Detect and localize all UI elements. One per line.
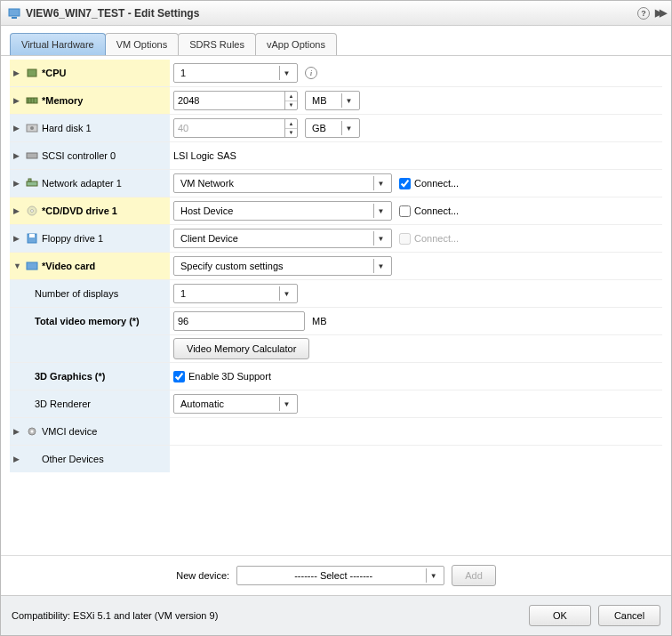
value-3dgraphics: Enable 3D Support	[170, 371, 662, 382]
tab-virtual-hardware[interactable]: Virtual Hardware	[10, 33, 106, 55]
floppy-select[interactable]: Client Device ▼	[173, 229, 392, 248]
expander-vmci[interactable]: ▶	[13, 427, 22, 436]
enable-3d-checkbox[interactable]: Enable 3D Support	[173, 371, 271, 382]
expander-video[interactable]: ▼	[13, 262, 22, 270]
add-button[interactable]: Add	[452, 565, 496, 586]
spin-down-icon[interactable]: ▼	[285, 101, 297, 110]
expander-network[interactable]: ▶	[13, 179, 22, 188]
label-harddisk-cell: ▶ Hard disk 1	[10, 115, 170, 141]
label-network-cell: ▶ Network adapter 1	[10, 170, 170, 197]
new-device-select[interactable]: ------- Select ------- ▼	[236, 566, 444, 585]
cddvd-select[interactable]: Host Device ▼	[173, 201, 392, 221]
label-displays: Number of displays	[35, 288, 118, 299]
expander-other[interactable]: ▶	[13, 455, 22, 463]
label-3dgraphics-cell: 3D Graphics (*)	[10, 363, 170, 390]
chevron-down-icon: ▼	[373, 176, 388, 190]
label-harddisk: Hard disk 1	[42, 123, 92, 133]
spin-down-icon[interactable]: ▼	[285, 129, 297, 138]
chevron-down-icon: ▼	[373, 204, 388, 218]
label-cddvd: *CD/DVD drive 1	[42, 205, 117, 216]
label-floppy: Floppy drive 1	[42, 233, 103, 244]
renderer-select[interactable]: Automatic ▼	[173, 394, 298, 414]
videomem-input[interactable]	[173, 311, 305, 331]
harddisk-unit-select[interactable]: GB ▼	[305, 118, 360, 138]
tab-vapp-options[interactable]: vApp Options	[255, 33, 337, 55]
svg-point-18	[31, 431, 34, 433]
chevron-down-icon: ▼	[373, 231, 388, 246]
enable-3d-input[interactable]	[173, 371, 185, 382]
expander-floppy[interactable]: ▶	[13, 234, 22, 243]
label-videomem-cell: Total video memory (*)	[10, 308, 170, 334]
svg-rect-15	[29, 234, 35, 237]
settings-content: ▶ *CPU 1 ▼ i ▶ *Memory ▲	[1, 56, 671, 555]
label-vmci-cell: ▶ VMCI device	[10, 418, 170, 445]
network-select[interactable]: VM Network ▼	[173, 173, 392, 193]
label-other: Other Devices	[42, 454, 104, 464]
svg-rect-10	[27, 181, 37, 186]
label-scsi: SCSI controller 0	[42, 150, 116, 161]
spin-up-icon[interactable]: ▲	[285, 92, 297, 101]
value-scsi: LSI Logic SAS	[170, 150, 662, 161]
cpu-icon	[26, 68, 38, 78]
expander-scsi[interactable]: ▶	[13, 151, 22, 160]
edit-settings-dialog: VIEW6_WIN7_TEST - Edit Settings ? ▶▶ Vir…	[0, 0, 672, 636]
ok-button[interactable]: OK	[529, 605, 591, 626]
expand-icon[interactable]: ▶▶	[655, 7, 664, 19]
memory-input[interactable]	[174, 93, 284, 108]
cddvd-connect-checkbox[interactable]: Connect...	[399, 205, 459, 217]
videomem-unit: MB	[312, 316, 327, 326]
chevron-down-icon: ▼	[373, 259, 388, 273]
chevron-down-icon: ▼	[279, 286, 293, 301]
label-calc-cell	[10, 335, 170, 362]
network-icon	[26, 178, 38, 189]
info-icon[interactable]: i	[305, 67, 317, 79]
memory-unit-select[interactable]: MB ▼	[305, 91, 360, 110]
row-harddisk: ▶ Hard disk 1 ▲▼ GB ▼	[10, 115, 662, 142]
displays-select[interactable]: 1 ▼	[173, 284, 298, 303]
svg-point-8	[30, 126, 34, 130]
cpu-select[interactable]: 1 ▼	[173, 63, 298, 83]
svg-rect-9	[27, 153, 37, 158]
label-network: Network adapter 1	[42, 178, 122, 189]
label-renderer-cell: 3D Renderer	[10, 390, 170, 417]
dialog-title: VIEW6_WIN7_TEST - Edit Settings	[26, 7, 199, 20]
expander-cpu[interactable]: ▶	[13, 68, 22, 77]
cancel-button[interactable]: Cancel	[598, 605, 660, 626]
row-scsi: ▶ SCSI controller 0 LSI Logic SAS	[10, 142, 662, 170]
value-harddisk: ▲▼ GB ▼	[170, 118, 662, 138]
row-other: ▶ Other Devices	[10, 446, 662, 472]
harddisk-icon	[26, 123, 38, 133]
tab-sdrs-rules[interactable]: SDRS Rules	[178, 33, 256, 55]
spin-up-icon[interactable]: ▲	[285, 119, 297, 129]
chevron-down-icon: ▼	[279, 66, 293, 80]
memory-spinner[interactable]: ▲▼	[173, 91, 298, 110]
chevron-down-icon: ▼	[341, 93, 356, 108]
row-calc: Video Memory Calculator	[10, 335, 662, 363]
label-renderer: 3D Renderer	[35, 399, 91, 409]
gear-icon	[26, 426, 38, 437]
row-network: ▶ Network adapter 1 VM Network ▼ Connect…	[10, 170, 662, 197]
value-cddvd: Host Device ▼ Connect...	[170, 201, 662, 221]
video-select[interactable]: Specify custom settings ▼	[173, 256, 392, 276]
svg-rect-11	[28, 179, 31, 181]
cddvd-connect-input[interactable]	[399, 205, 411, 217]
harddisk-spinner[interactable]: ▲▼	[173, 118, 298, 138]
row-3dgraphics: 3D Graphics (*) Enable 3D Support	[10, 363, 662, 390]
label-3dgraphics: 3D Graphics (*)	[35, 371, 105, 382]
network-connect-checkbox[interactable]: Connect...	[399, 178, 459, 189]
row-vmci: ▶ VMCI device	[10, 418, 662, 446]
network-connect-input[interactable]	[399, 178, 411, 189]
floppy-connect-input	[399, 233, 411, 245]
expander-memory[interactable]: ▶	[13, 96, 22, 105]
label-video: *Video card	[42, 261, 95, 271]
cd-icon	[26, 205, 38, 216]
tab-vm-options[interactable]: VM Options	[105, 33, 179, 55]
help-icon[interactable]: ?	[637, 7, 650, 20]
expander-cddvd[interactable]: ▶	[13, 206, 22, 215]
value-video: Specify custom settings ▼	[170, 256, 662, 276]
label-memory: *Memory	[42, 95, 83, 106]
expander-harddisk[interactable]: ▶	[13, 124, 22, 133]
value-videomem: MB	[170, 311, 662, 331]
video-memory-calculator-button[interactable]: Video Memory Calculator	[173, 338, 309, 359]
harddisk-input[interactable]	[174, 121, 284, 135]
